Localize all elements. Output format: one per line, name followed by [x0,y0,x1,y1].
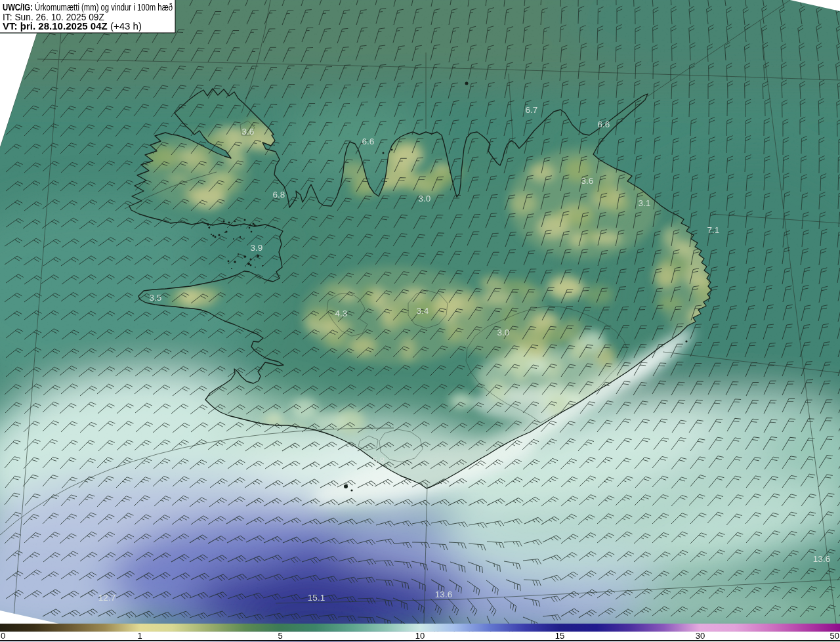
svg-text:6.6: 6.6 [598,119,610,129]
svg-text:6.8: 6.8 [273,190,285,200]
svg-text:50: 50 [830,631,839,641]
svg-text:3.4: 3.4 [417,306,429,316]
svg-text:6.6: 6.6 [362,137,375,146]
svg-text:13.6: 13.6 [435,589,452,599]
svg-text:5.8: 5.8 [373,456,385,465]
svg-text:3.0: 3.0 [497,328,510,337]
svg-text:30: 30 [696,631,705,641]
svg-text:3.5: 3.5 [150,293,162,303]
svg-text:15: 15 [555,631,564,641]
svg-text:12.7: 12.7 [98,593,116,603]
svg-text:3.6: 3.6 [242,127,255,137]
svg-text:3.9: 3.9 [251,243,263,253]
svg-text:10: 10 [415,631,425,641]
svg-text:3.1: 3.1 [639,198,651,208]
svg-text:13.6: 13.6 [813,554,830,564]
svg-text:IT: Sun. 26. 10. 2025 09Z: IT: Sun. 26. 10. 2025 09Z [3,12,104,22]
svg-text:1: 1 [137,631,142,641]
svg-text:15.1: 15.1 [308,593,325,603]
svg-text:5: 5 [278,631,282,641]
svg-text:3.0: 3.0 [419,194,431,203]
svg-text:6.7: 6.7 [526,105,538,115]
svg-text:UWC/IG: Úrkomumætti (mm) og vi: UWC/IG: Úrkomumætti (mm) og vindur i 100… [3,2,173,12]
svg-text:4.3: 4.3 [335,309,348,318]
svg-text:0: 0 [1,631,5,641]
svg-text:VT: þri. 28.10.2025 04Z (+43 h: VT: þri. 28.10.2025 04Z (+43 h) [3,22,142,32]
svg-text:3.6: 3.6 [581,176,594,186]
svg-text:7.1: 7.1 [707,225,720,235]
